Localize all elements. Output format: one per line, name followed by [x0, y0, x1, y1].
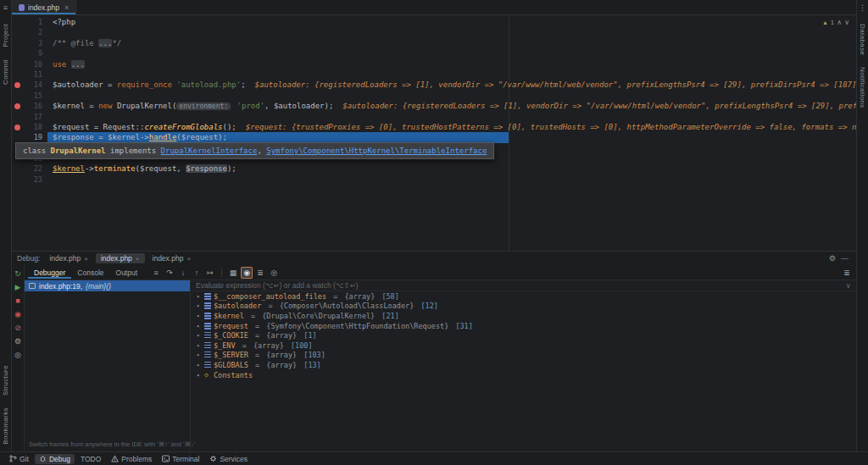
code-line[interactable]: 15 [12, 91, 856, 101]
line-number[interactable]: 18 [23, 122, 47, 132]
step-out-icon[interactable]: ↑ [191, 267, 203, 279]
code-line[interactable]: 16$kernel = new DrupalKernel(environment… [12, 101, 856, 111]
code-editor[interactable]: ▲ 1 ∧ ∨ 1<?php23/** @file ...*/910use ..… [12, 15, 856, 251]
step-into-icon[interactable]: ↓ [177, 267, 189, 279]
statusbar-item-git[interactable]: Git [5, 454, 33, 464]
variable-row[interactable]: ▸◇Constants [191, 370, 856, 380]
line-number[interactable]: 17 [23, 112, 47, 122]
variable-row[interactable]: ▸$GLOBALS = {array} [13] [191, 360, 856, 370]
statusbar-item-terminal[interactable]: Terminal [158, 454, 203, 464]
line-number[interactable]: 16 [23, 101, 47, 111]
run-to-cursor-icon[interactable]: ↦ [204, 267, 216, 279]
layout-options-icon[interactable]: ≣ [841, 267, 853, 279]
expand-chevron-icon[interactable]: ▸ [195, 342, 202, 349]
tooltip-token: implements [106, 147, 161, 155]
code-line[interactable]: 19$response = $kernel->handle($request); [12, 132, 856, 142]
toolwindow-button-database[interactable]: Database [859, 24, 866, 55]
breakpoint-icon[interactable] [12, 82, 23, 88]
pin-icon[interactable]: ◎ [13, 350, 23, 360]
statusbar-item-services[interactable]: Services [205, 454, 252, 464]
threads-view-icon[interactable]: ≡ [150, 267, 162, 279]
variable-row[interactable]: ▸$autoloader = {Composer\Autoload\ClassL… [191, 302, 856, 312]
expand-chevron-icon[interactable]: ▸ [195, 352, 202, 358]
tab-debugger[interactable]: Debugger [28, 267, 71, 279]
statusbar-item-problems[interactable]: Problems [107, 454, 156, 464]
expand-chevron-icon[interactable]: ▸ [195, 332, 202, 339]
debug-session-tab[interactable]: index.php× [147, 253, 197, 263]
line-number[interactable]: 22 [23, 163, 47, 174]
expand-icon[interactable]: ∨ [846, 281, 851, 290]
code-line[interactable]: 17 [12, 112, 856, 122]
more-icon[interactable]: ⋮ [859, 3, 866, 12]
variable-row[interactable]: ▸$_COOKIE = {array} [1] [191, 330, 856, 340]
code-line[interactable]: 22$kernel->terminate($request, $response… [12, 163, 856, 174]
line-number[interactable]: 15 [23, 91, 47, 101]
line-number[interactable]: 23 [23, 174, 47, 185]
statusbar-item-debug[interactable]: Debug [35, 454, 75, 464]
code-line[interactable]: 10use ... [12, 59, 856, 69]
close-session-icon[interactable]: × [136, 255, 140, 263]
toolwindow-button-project[interactable]: Project [2, 24, 9, 47]
rerun-icon[interactable]: ↻ [13, 268, 23, 279]
settings-icon[interactable]: ⚙ [13, 336, 23, 346]
debug-session-tab[interactable]: index.php× [44, 253, 93, 263]
breakpoint-icon[interactable] [12, 125, 23, 130]
breakpoint-icon[interactable] [12, 103, 23, 109]
toolwindow-button-structure[interactable]: Structure [2, 365, 9, 396]
variable-row[interactable]: ▸$kernel = {Drupal\Core\DrupalKernel} [2… [191, 311, 856, 321]
debug-session-tab[interactable]: index.php× [96, 253, 145, 263]
variable-row[interactable]: ▸$request = {Symfony\Component\HttpFound… [191, 321, 856, 331]
code-line[interactable]: 14$autoloader = require_once 'autoload.p… [12, 80, 856, 90]
expand-chevron-icon[interactable]: ▸ [195, 372, 202, 379]
tab-output[interactable]: Output [110, 267, 144, 279]
restore-layout-icon[interactable]: ≣ [254, 267, 266, 279]
view-breakpoints-icon[interactable]: ◉ [13, 309, 23, 319]
next-problem-icon[interactable]: ∨ [844, 19, 849, 26]
mute-breakpoints-icon[interactable]: ◉ [241, 267, 253, 279]
variable-row[interactable]: ▸$_ENV = {array} [100] [191, 340, 856, 351]
statusbar-item-todo[interactable]: TODO [76, 454, 105, 464]
expand-chevron-icon[interactable]: ▸ [195, 323, 202, 329]
resume-icon[interactable]: ▶ [13, 282, 23, 292]
toolwindow-button-commit[interactable]: Commit [2, 59, 9, 85]
pin-tab-icon[interactable]: ◎ [268, 267, 280, 279]
prev-problem-icon[interactable]: ∧ [837, 19, 842, 26]
expand-chevron-icon[interactable]: ▸ [195, 293, 202, 300]
settings-icon[interactable]: ⚙ [826, 254, 838, 263]
line-number[interactable]: 3 [23, 38, 47, 48]
stack-frame-row[interactable]: index.php:19, {main}() [25, 280, 190, 291]
line-number[interactable]: 9 [23, 48, 47, 58]
line-number[interactable]: 1 [23, 17, 47, 27]
close-tab-icon[interactable]: × [64, 3, 69, 12]
close-session-icon[interactable]: × [84, 255, 88, 263]
toolwindow-button-notifications[interactable]: Notifications [859, 67, 866, 108]
editor-tab[interactable]: index.php× [12, 0, 76, 14]
stop-icon[interactable]: ■ [13, 296, 23, 306]
code-line[interactable]: 1<?php [12, 17, 856, 27]
expand-chevron-icon[interactable]: ▸ [195, 362, 202, 368]
step-over-icon[interactable]: ↷ [164, 267, 175, 279]
menu-icon[interactable]: ≡ [3, 3, 8, 12]
close-session-icon[interactable]: × [186, 255, 191, 263]
code-line[interactable]: 18$request = Request::createFromGlobals(… [12, 122, 856, 132]
expand-chevron-icon[interactable]: ▸ [195, 313, 202, 319]
line-number[interactable]: 2 [23, 27, 47, 37]
variable-row[interactable]: ▸$__composer_autoload_files = {array} [5… [191, 291, 856, 302]
variable-row[interactable]: ▸$_SERVER = {array} [103] [191, 351, 856, 361]
line-number[interactable]: 19 [23, 132, 47, 142]
code-line[interactable]: 3/** @file ...*/ [12, 38, 856, 48]
view-breakpoints-icon[interactable]: ▦ [227, 267, 239, 279]
code-line[interactable]: 2 [12, 27, 856, 37]
code-line[interactable]: 11 [12, 69, 856, 80]
expand-chevron-icon[interactable]: ▸ [195, 302, 202, 309]
code-line[interactable]: 23 [12, 174, 856, 185]
line-number[interactable]: 14 [23, 80, 47, 90]
hide-icon[interactable]: — [838, 254, 851, 263]
mute-breakpoints-icon[interactable]: ⊘ [13, 323, 23, 333]
code-line[interactable]: 9 [12, 48, 856, 58]
line-number[interactable]: 11 [23, 69, 47, 80]
tab-console[interactable]: Console [71, 267, 109, 279]
toolwindow-button-bookmarks[interactable]: Bookmarks [2, 407, 9, 445]
evaluate-expression-input[interactable]: Evaluate expression (⌥↵) or add a watch … [191, 280, 856, 291]
line-number[interactable]: 10 [23, 59, 47, 69]
